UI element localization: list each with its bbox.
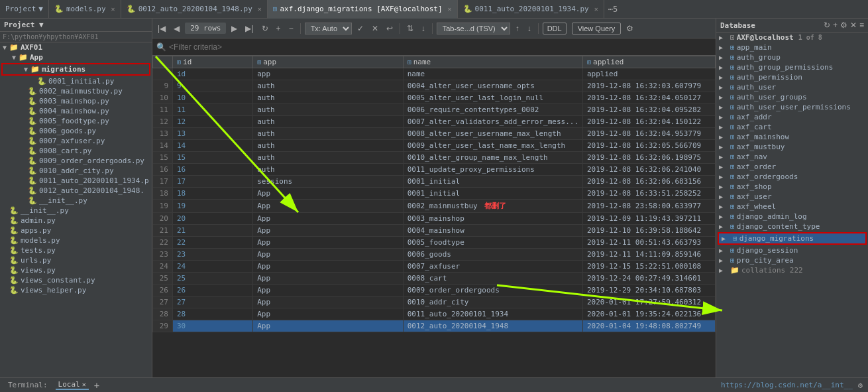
table-row[interactable]: 1414auth0009_alter_user_last_name_max_le… xyxy=(153,140,716,152)
local-close-icon[interactable]: ✕ xyxy=(82,381,86,388)
sidebar-item-tests[interactable]: 🐍 tests.py xyxy=(0,245,152,255)
delete-row-btn[interactable]: − xyxy=(286,23,296,34)
db-axf-shop[interactable]: ▶ ⊞ axf_shop xyxy=(716,182,868,192)
table-row[interactable]: 2222App0005_foodtype2019-12-11 00:51:43.… xyxy=(153,237,716,249)
table-row[interactable]: 1818App0001_initial2019-12-08 16:33:51.2… xyxy=(153,188,716,200)
table-row[interactable]: 2525App0008_cart2019-12-24 00:27:49.3146… xyxy=(153,273,716,285)
db-collations[interactable]: ▶ 📁 collations 222 xyxy=(716,265,868,275)
sidebar-item-0007[interactable]: 🐍 0007_axfuser.py xyxy=(0,136,152,146)
tab-0012auto[interactable]: 🐍 0012_auto_20200104_1948.py ✕ xyxy=(121,0,268,19)
db-settings-btn[interactable]: ⚙ xyxy=(840,21,847,30)
db-app-main[interactable]: ▶ ⊞ app_main xyxy=(716,42,868,52)
arrow-down-btn[interactable]: ↓ xyxy=(419,23,428,34)
db-auth-user[interactable]: ▶ ⊞ auth_user xyxy=(716,82,868,92)
sidebar-item-0008[interactable]: 🐍 0008_cart.py xyxy=(0,146,152,156)
table-row[interactable]: 2020App0003_mainshop2019-12-09 11:19:43.… xyxy=(153,213,716,225)
sidebar-item-init-inner[interactable]: 🐍 __init__.py xyxy=(0,196,152,206)
col-name[interactable]: ⊞name xyxy=(403,56,582,68)
db-axf-mustbuy[interactable]: ▶ ⊞ axf_mustbuy xyxy=(716,142,868,152)
sidebar-item-admin[interactable]: 🐍 admin.py xyxy=(0,216,152,226)
db-axf-order[interactable]: ▶ ⊞ axf_order xyxy=(716,162,868,172)
nav-prev-btn[interactable]: ◀ xyxy=(171,23,182,34)
db-axf-nav[interactable]: ▶ ⊞ axf_nav xyxy=(716,152,868,162)
db-auth-group-perm[interactable]: ▶ ⊞ auth_group_permissions xyxy=(716,62,868,72)
db-auth-user-perm[interactable]: ▶ ⊞ auth_user_user_permissions xyxy=(716,102,868,112)
db-auth-group[interactable]: ▶ ⊞ auth_group xyxy=(716,52,868,62)
tab-sep-select[interactable]: Tab-se...d (TSV) xyxy=(437,23,510,34)
sidebar-item-urls[interactable]: 🐍 urls.py xyxy=(0,255,152,265)
refresh-btn[interactable]: ↻ xyxy=(259,23,271,34)
rollback-btn[interactable]: ✕ xyxy=(369,23,381,34)
undo-btn[interactable]: ↩ xyxy=(384,23,396,34)
data-table-container[interactable]: ⊞id ⊞app ⊞name ⊞applied idappnameapplied… xyxy=(152,56,716,377)
export-btn[interactable]: ↑ xyxy=(513,23,522,34)
import-btn[interactable]: ↓ xyxy=(525,23,534,34)
db-axf-user[interactable]: ▶ ⊞ axf_user xyxy=(716,192,868,202)
sidebar-item-init[interactable]: 🐍 __init__.py xyxy=(0,206,152,216)
settings-btn[interactable]: ⚙ xyxy=(624,23,636,34)
auto11-close-icon[interactable]: ✕ xyxy=(594,5,598,13)
table-row[interactable]: idappnameapplied xyxy=(153,68,716,80)
table-row[interactable]: 2727App0010_addr_city2020-01-01 17:27:59… xyxy=(153,296,716,308)
add-row-btn[interactable]: + xyxy=(274,23,284,34)
tab-models[interactable]: 🐍 models.py ✕ xyxy=(49,0,121,19)
sidebar-item-0005[interactable]: 🐍 0005_foodtype.py xyxy=(0,116,152,126)
col-app[interactable]: ⊞app xyxy=(253,56,404,68)
sidebar-item-views-heiper[interactable]: 🐍 views_heiper.py xyxy=(0,285,152,295)
filter-input[interactable] xyxy=(169,42,712,52)
sidebar-item-apps[interactable]: 🐍 apps.py xyxy=(0,226,152,235)
db-pro-city[interactable]: ▶ ⊞ pro_city_area xyxy=(716,255,868,265)
db-axf-addr[interactable]: ▶ ⊞ axf_addr xyxy=(716,112,868,122)
table-row[interactable]: 1010auth0005_alter_user_last_login_null2… xyxy=(153,92,716,104)
sidebar-item-app[interactable]: ▼ 📁 App xyxy=(0,52,152,62)
table-row[interactable]: 2323App0006_goods2019-12-11 14:11:09.859… xyxy=(153,249,716,261)
add-terminal-btn[interactable]: + xyxy=(94,380,99,391)
col-applied[interactable]: ⊞applied xyxy=(583,56,716,68)
db-django-content[interactable]: ▶ ⊞ django_content_type xyxy=(716,222,868,231)
sidebar-item-0010[interactable]: 🐍 0010_addr_city.py xyxy=(0,166,152,176)
db-axf-ordergoods[interactable]: ▶ ⊞ axf_ordergoods xyxy=(716,172,868,182)
sidebar-item-0004[interactable]: 🐍 0004_mainshow.py xyxy=(0,106,152,116)
table-row[interactable]: 1313auth0008_alter_user_username_max_len… xyxy=(153,128,716,140)
sidebar-item-0006[interactable]: 🐍 0006_goods.py xyxy=(0,126,152,136)
sidebar-item-models[interactable]: 🐍 models.py xyxy=(0,235,152,245)
sort-btn[interactable]: ⇅ xyxy=(404,23,416,34)
table-row[interactable]: 1111auth0006_require_contenttypes_000220… xyxy=(153,104,716,116)
db-django-admin[interactable]: ▶ ⊞ django_admin_log xyxy=(716,212,868,222)
nav-last-btn[interactable]: ▶| xyxy=(243,23,256,34)
sidebar-item-0002[interactable]: 🐍 0002_mainmustbuy.py xyxy=(0,86,152,96)
models-close-icon[interactable]: ✕ xyxy=(111,5,115,13)
db-django-session[interactable]: ▶ ⊞ django_session xyxy=(716,245,868,255)
nav-first-btn[interactable]: |◀ xyxy=(155,23,168,34)
migrations-close-icon[interactable]: ✕ xyxy=(448,5,452,13)
tab-project[interactable]: Project ▼ xyxy=(0,0,49,19)
sidebar-item-0009[interactable]: 🐍 0009_order_ordergoods.py xyxy=(0,156,152,166)
db-add-btn[interactable]: + xyxy=(833,21,838,30)
db-auth-user-groups[interactable]: ▶ ⊞ auth_user_groups xyxy=(716,92,868,102)
sidebar-item-views[interactable]: 🐍 views.py xyxy=(0,265,152,275)
sidebar-item-migrations[interactable]: ▼ 📁 migrations xyxy=(3,64,149,74)
table-row[interactable]: 1212auth0007_alter_validators_add_error_… xyxy=(153,116,716,128)
db-filter-btn[interactable]: ≡ xyxy=(859,21,864,30)
more-tabs-indicator[interactable]: ⋯5 xyxy=(604,5,622,14)
view-query-btn[interactable]: View Query xyxy=(572,23,622,34)
sidebar-item-axf01[interactable]: ▼ 📁 AXF01 xyxy=(0,42,152,52)
db-close-btn[interactable]: ✕ xyxy=(850,21,857,30)
table-row[interactable]: 1616auth0011_update_proxy_permissions201… xyxy=(153,164,716,176)
table-row[interactable]: 1515auth0010_alter_group_name_max_length… xyxy=(153,152,716,164)
table-row[interactable]: 2828App0011_auto_20200101_19342020-01-01… xyxy=(153,308,716,320)
db-auth-perm[interactable]: ▶ ⊞ auth_permission xyxy=(716,72,868,82)
sidebar-item-0001[interactable]: 🐍 0001_initial.py xyxy=(0,76,152,86)
bottom-settings-icon[interactable]: ⚙ xyxy=(858,381,863,390)
db-django-migrations[interactable]: ▶ ⊞ django_migrations xyxy=(719,233,865,243)
table-row[interactable]: 2121App0004_mainshow2019-12-10 16:39:58.… xyxy=(153,225,716,237)
tab-0011auto[interactable]: 🐍 0011_auto_20200101_1934.py ✕ xyxy=(458,0,604,19)
auto-close-icon[interactable]: ✕ xyxy=(258,5,262,13)
db-axf-cart[interactable]: ▶ ⊞ axf_cart xyxy=(716,122,868,132)
ddl-btn[interactable]: DDL xyxy=(543,23,567,34)
db-connection[interactable]: ▶ ⊡ AXF@localhost 1 of 8 xyxy=(716,33,868,42)
sidebar-item-0012[interactable]: 🐍 0012_auto_20200104_1948. xyxy=(0,186,152,196)
sidebar-item-views-const[interactable]: 🐍 views_constant.py xyxy=(0,275,152,285)
db-axf-wheel[interactable]: ▶ ⊞ axf_wheel xyxy=(716,202,868,212)
table-row[interactable]: 1919App0002_mainmustbuy都删了2019-12-08 23:… xyxy=(153,200,716,213)
